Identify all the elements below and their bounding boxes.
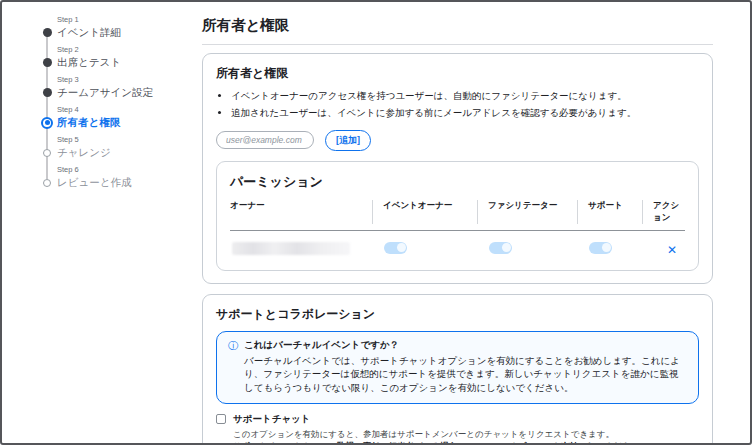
support-toggle[interactable] (589, 242, 612, 254)
column-event-owner: イベントオーナー (372, 200, 477, 224)
owners-permissions-card: 所有者と権限 イベントオーナーのアクセス権を持つユーザーは、自動的にファシリテー… (202, 53, 713, 284)
step-number: Step 1 (57, 15, 200, 24)
step-title: チャレンジ (57, 146, 111, 160)
add-user-email-input[interactable] (216, 131, 314, 149)
support-chat-checkbox[interactable] (216, 414, 226, 424)
step-number: Step 5 (57, 135, 200, 144)
bullet-auto-facilitator: イベントオーナーのアクセス権を持つユーザーは、自動的にファシリテーターになります… (231, 90, 699, 103)
step-number: Step 4 (57, 105, 200, 114)
title-divider (202, 44, 713, 45)
column-action: アクション (642, 200, 685, 224)
stepper-step-4-active[interactable]: Step 4 所有者と権限 (37, 105, 200, 130)
stepper-step-3[interactable]: Step 3 チームアサイン設定 (37, 75, 200, 100)
step-done-icon (37, 88, 57, 97)
stepper-connector-line (46, 32, 48, 179)
support-chat-label: サポートチャット (233, 413, 311, 426)
virtual-event-info-alert: ⓘ これはバーチャルイベントですか？ バーチャルイベントでは、サポートチャットオ… (216, 331, 699, 404)
support-card-title: サポートとコラボレーション (216, 306, 699, 323)
stepper-step-1[interactable]: Step 1 イベント詳細 (37, 15, 200, 40)
permissions-table-header: オーナー イベントオーナー ファシリテーター サポート アクション (230, 200, 685, 231)
permissions-table-row: ✕ (230, 231, 685, 258)
bullet-email-confirm: 追加されたユーザーは、イベントに参加する前にメールアドレスを確認する必要がありま… (231, 107, 699, 120)
facilitator-toggle[interactable] (489, 242, 512, 254)
info-icon: ⓘ (228, 339, 238, 395)
step-title: イベント詳細 (57, 26, 121, 40)
support-chat-warning: サポートチャットキューの監視に専任の担当者がいる場合にのみ、このオプションを有効… (233, 440, 699, 445)
step-done-icon (37, 28, 57, 37)
step-title: 出席とテスト (57, 56, 121, 70)
step-done-icon (37, 58, 57, 67)
step-title: 所有者と権限 (57, 116, 120, 130)
step-number: Step 6 (57, 165, 200, 174)
main-content: 所有者と権限 所有者と権限 イベントオーナーのアクセス権を持つユーザーは、自動的… (200, 2, 750, 443)
owners-card-title: 所有者と権限 (216, 65, 699, 82)
stepper-step-2[interactable]: Step 2 出席とテスト (37, 45, 200, 70)
step-title: レビューと作成 (57, 176, 131, 190)
owner-name-redacted (232, 242, 350, 255)
step-todo-icon (37, 149, 57, 157)
stepper-step-6[interactable]: Step 6 レビューと作成 (37, 165, 200, 190)
column-facilitator: ファシリテーター (477, 200, 577, 224)
step-number: Step 2 (57, 45, 200, 54)
support-chat-desc: このオプションを有効にすると、参加者はサポートメンバーとのチャットをリクエストで… (233, 428, 699, 440)
permissions-title: パーミッション (230, 173, 685, 191)
step-active-radio-icon (37, 117, 57, 129)
page-title: 所有者と権限 (202, 16, 713, 35)
wizard-stepper: Step 1 イベント詳細 Step 2 出席とテスト Step 3 チームアサ… (2, 2, 200, 443)
remove-user-x-icon[interactable]: ✕ (667, 243, 677, 257)
step-todo-icon (37, 179, 57, 187)
event-owner-toggle[interactable] (384, 242, 407, 254)
step-number: Step 3 (57, 75, 200, 84)
alert-title: これはバーチャルイベントですか？ (244, 339, 687, 352)
option-support-chat: サポートチャット このオプションを有効にすると、参加者はサポートメンバーとのチャ… (216, 413, 699, 445)
stepper-step-5[interactable]: Step 5 チャレンジ (37, 135, 200, 160)
column-support: サポート (577, 200, 642, 224)
owners-info-bullets: イベントオーナーのアクセス権を持つユーザーは、自動的にファシリテーターになります… (216, 90, 699, 120)
column-owner: オーナー (230, 200, 372, 224)
support-collaboration-card: サポートとコラボレーション ⓘ これはバーチャルイベントですか？ バーチャルイベ… (202, 294, 713, 445)
step-title: チームアサイン設定 (57, 86, 153, 100)
alert-body: バーチャルイベントでは、サポートチャットオプションを有効にすることをお勧めします… (244, 354, 687, 395)
permissions-table-card: パーミッション オーナー イベントオーナー ファシリテーター サポート アクショ… (216, 161, 699, 271)
add-user-button[interactable]: [追加] (325, 130, 371, 151)
